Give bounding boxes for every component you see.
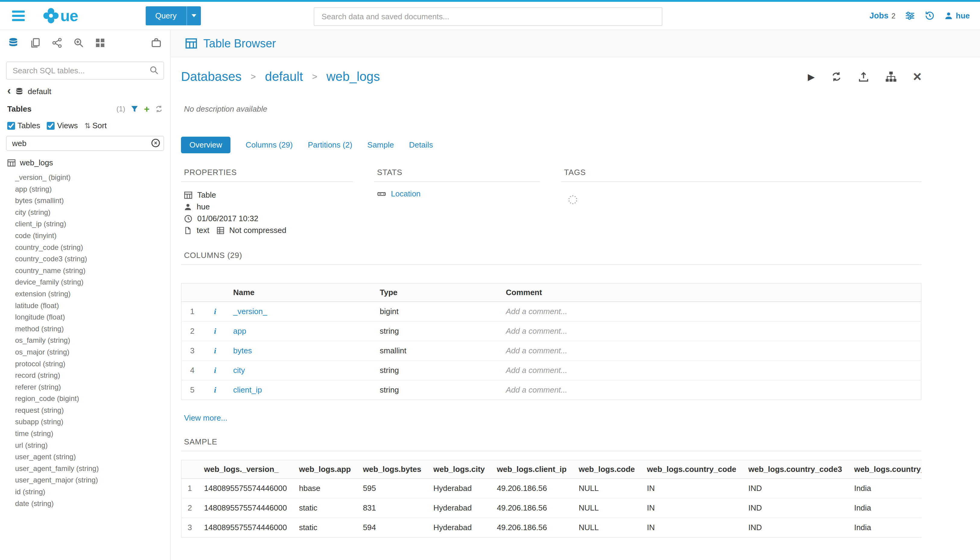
database-icon[interactable]	[8, 37, 19, 48]
column-name-link[interactable]: _version_	[227, 302, 374, 321]
column-list-item[interactable]: country_name (string)	[15, 265, 170, 277]
tab-details[interactable]: Details	[409, 137, 433, 153]
chevron-left-icon[interactable]: ‹	[7, 85, 11, 96]
tables-checkbox-label[interactable]: Tables	[7, 121, 40, 130]
column-name-link[interactable]: city	[227, 360, 374, 380]
history-icon[interactable]	[925, 10, 935, 21]
column-comment[interactable]: Add a comment...	[500, 302, 921, 321]
column-list-item[interactable]: protocol (string)	[15, 358, 170, 370]
breadcrumb-item-default[interactable]: default	[265, 69, 303, 84]
tables-checkbox[interactable]	[7, 122, 15, 130]
column-list-item[interactable]: date (string)	[15, 498, 170, 510]
search-icon[interactable]	[150, 66, 159, 75]
column-name-link[interactable]: app	[227, 321, 374, 341]
column-list-item[interactable]: time (string)	[15, 428, 170, 440]
user-menu[interactable]: hue	[944, 11, 970, 20]
column-comment[interactable]: Add a comment...	[500, 341, 921, 360]
column-list-item[interactable]: longitude (float)	[15, 312, 170, 323]
sample-cell: NULL	[572, 498, 641, 518]
column-list-item[interactable]: subapp (string)	[15, 416, 170, 428]
sort-toggle[interactable]: ⇅ Sort	[85, 121, 107, 130]
column-list-item[interactable]: request (string)	[15, 405, 170, 417]
sample-section-title: SAMPLE	[181, 437, 922, 452]
tab-partitions-2[interactable]: Partitions (2)	[308, 137, 352, 153]
upload-icon[interactable]	[858, 71, 869, 82]
views-checkbox-label[interactable]: Views	[47, 121, 78, 130]
info-icon[interactable]: i	[203, 321, 227, 341]
column-list-item[interactable]: code (tinyint)	[15, 230, 170, 242]
row-number: 1	[181, 302, 203, 321]
hamburger-menu-icon[interactable]	[12, 10, 25, 21]
column-list-item[interactable]: user_agent (string)	[15, 451, 170, 463]
tab-sample[interactable]: Sample	[368, 137, 394, 153]
sample-cell: IN	[641, 518, 742, 537]
column-list-item[interactable]: device_family (string)	[15, 277, 170, 288]
column-list-item[interactable]: record (string)	[15, 370, 170, 382]
breadcrumb-item-web-logs[interactable]: web_logs	[326, 69, 380, 84]
column-name-link[interactable]: bytes	[227, 341, 374, 360]
query-dropdown-caret[interactable]	[186, 6, 201, 25]
table-actions: ▶ ×	[808, 71, 922, 82]
column-list-item[interactable]: url (string)	[15, 440, 170, 452]
documents-icon[interactable]	[30, 38, 40, 48]
tab-overview[interactable]: Overview	[181, 137, 230, 153]
info-icon[interactable]: i	[203, 341, 227, 360]
view-more-link[interactable]: View more...	[184, 413, 228, 423]
jobs-link[interactable]: Jobs 2	[869, 11, 895, 20]
column-list-item[interactable]: region_code (bigint)	[15, 393, 170, 405]
global-search-input[interactable]	[314, 7, 662, 26]
column-list-item[interactable]: bytes (smallint)	[15, 195, 170, 207]
hue-logo[interactable]: ue	[43, 8, 78, 24]
column-list-item[interactable]: id (string)	[15, 486, 170, 498]
breadcrumb-item-databases[interactable]: Databases	[181, 69, 241, 84]
database-name[interactable]: default	[28, 87, 51, 96]
query-button[interactable]: Query	[146, 6, 186, 25]
column-list-item[interactable]: country_code (string)	[15, 242, 170, 253]
lineage-icon[interactable]	[885, 71, 897, 82]
columns-section-title: COLUMNS (29)	[181, 251, 922, 265]
table-filter-input[interactable]	[6, 136, 164, 151]
column-list-item[interactable]: latitude (float)	[15, 300, 170, 312]
column-list-item[interactable]: method (string)	[15, 323, 170, 335]
search-plus-icon[interactable]	[73, 38, 84, 48]
close-icon[interactable]: ×	[913, 71, 922, 82]
bag-icon[interactable]	[151, 37, 162, 48]
column-comment[interactable]: Add a comment...	[500, 360, 921, 380]
column-list-item[interactable]: client_ip (string)	[15, 218, 170, 230]
refresh-tables-icon[interactable]	[155, 105, 163, 113]
info-icon[interactable]: i	[203, 302, 227, 321]
location-link[interactable]: Location	[391, 189, 421, 198]
execute-icon[interactable]: ▶	[808, 72, 815, 82]
table-list-item[interactable]: web_logs	[0, 151, 170, 167]
column-list-item[interactable]: app (string)	[15, 183, 170, 195]
column-list-item[interactable]: city (string)	[15, 207, 170, 218]
apps-grid-icon[interactable]	[95, 38, 105, 48]
info-icon[interactable]: i	[203, 380, 227, 400]
sliders-icon[interactable]	[905, 11, 915, 20]
column-list-item[interactable]: user_agent_major (string)	[15, 474, 170, 486]
add-icon[interactable]: +	[144, 104, 150, 114]
clear-filter-icon[interactable]: ×	[151, 139, 160, 147]
column-list-item[interactable]: os_major (string)	[15, 347, 170, 358]
column-list-item[interactable]: _version_ (bigint)	[15, 172, 170, 183]
views-checkbox[interactable]	[47, 122, 55, 130]
tab-columns-29[interactable]: Columns (29)	[246, 137, 293, 153]
column-comment[interactable]: Add a comment...	[500, 380, 921, 400]
table-type-icon	[184, 191, 193, 200]
column-list-item[interactable]: os_family (string)	[15, 335, 170, 347]
filter-funnel-icon[interactable]	[131, 105, 138, 113]
column-list-item[interactable]: user_agent_family (string)	[15, 463, 170, 475]
column-list-item[interactable]: extension (string)	[15, 288, 170, 300]
column-type: bigint	[374, 302, 500, 321]
info-icon[interactable]: i	[203, 360, 227, 380]
property-format-value: text	[197, 225, 209, 236]
column-list-item[interactable]: referer (string)	[15, 382, 170, 393]
column-name-link[interactable]: client_ip	[227, 380, 374, 400]
sql-table-search-input[interactable]	[6, 62, 164, 80]
views-checkbox-text: Views	[57, 121, 78, 130]
refresh-icon[interactable]	[831, 71, 842, 82]
column-comment[interactable]: Add a comment...	[500, 321, 921, 341]
share-icon[interactable]	[52, 38, 62, 48]
sample-cell: IN	[641, 498, 742, 518]
column-list-item[interactable]: country_code3 (string)	[15, 253, 170, 265]
